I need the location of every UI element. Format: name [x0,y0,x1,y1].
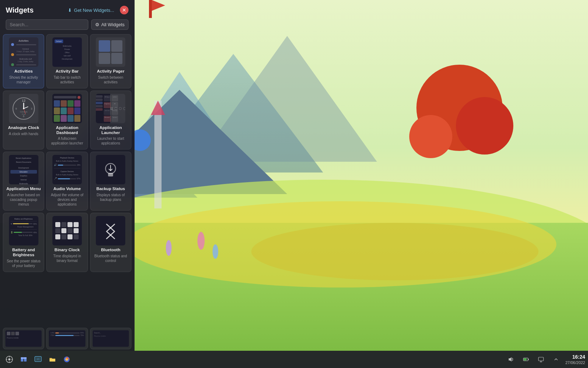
svg-text:Connects: Connects [20,111,28,113]
taskbar-battery-icon[interactable] [519,353,532,366]
widget-name-binary-clock: Binary Clock [55,248,80,253]
svg-rect-19 [149,0,152,18]
panel-title: Widgets [6,6,34,14]
widget-name-activity-bar: Activity Bar [56,69,79,74]
taskbar: </> [0,351,588,368]
taskbar-chevron-up-icon[interactable] [550,353,563,366]
widget-thumb-activities: Activities General 3 days, 10 apps, toda… [9,37,38,67]
svg-rect-55 [538,357,543,361]
taskbar-icon-folder[interactable] [46,353,59,366]
widget-name-battery-brightness: Battery and Brightness [5,248,42,258]
svg-text:9: 9 [15,107,17,110]
widget-desc-activities: Shows the activity manager [5,75,42,84]
widget-desc-app-launcher: Launcher to start applications [93,136,129,146]
search-input[interactable] [6,19,88,30]
widget-desc-app-dashboard: A fullscreen application launcher [49,136,85,146]
widget-grid: Activities General 3 days, 10 apps, toda… [3,34,131,272]
widget-item-app-menu[interactable]: Recent Applications Recent Documents Dev… [3,152,44,211]
search-filter-row: ⚙ All Widgets [0,17,134,33]
widget-item-app-dashboard[interactable]: Application Dashboard A fullscreen appli… [46,91,88,150]
taskbar-display-icon[interactable] [535,353,547,366]
svg-rect-53 [528,359,529,360]
widget-desc-backup-status: Displays status of backup plans [93,193,129,202]
filter-icon: ⚙ [95,22,99,27]
widget-item-audio-volume[interactable]: Playback Devices Built-in Audio Analog S… [46,152,88,211]
taskbar-icon-network[interactable]: </> [32,353,45,366]
widget-item-analogue-clock[interactable]: 12 3 6 9 Connects Drops [3,91,44,150]
widget-name-activities: Activities [14,69,33,74]
widget-thumb-battery-brightness: Battery and Brightness ☀ 80% Power Manag… [9,216,38,245]
widget-thumb-audio-volume: Playback Devices Built-in Audio Analog S… [52,155,82,184]
widget-thumb-activity-bar: Default Multimedia Private Office kde-st… [52,37,82,67]
taskbar-time: 16:24 [565,354,585,360]
widget-thumb-app-launcher: All Apps admin Graphics All Internet Set… [96,94,125,123]
widget-thumb-analogue-clock: 12 3 6 9 Connects Drops [9,94,38,123]
svg-text:3: 3 [31,107,32,110]
svg-rect-13 [154,101,162,208]
svg-point-15 [197,232,205,250]
widget-name-audio-volume: Audio Volume [53,187,81,192]
svg-rect-45 [21,357,27,359]
widget-item-activities[interactable]: Activities General 3 days, 10 apps, toda… [3,34,44,88]
svg-rect-54 [524,358,527,360]
widget-thumb-bluetooth [96,216,125,245]
widget-name-app-launcher: Application Launcher [93,125,129,135]
widget-desc-activity-pager: Switch between activities [93,75,129,84]
widget-item-activity-bar[interactable]: Default Multimedia Private Office kde-st… [46,34,88,88]
widget-name-analogue-clock: Analogue Clock [8,125,39,130]
widget-item-bluetooth[interactable]: Bluetooth Bluetooth status and control [90,213,131,272]
widget-thumb-app-dashboard [52,94,82,123]
taskbar-icon-firefox[interactable] [60,353,73,366]
widget-item-bottom-2[interactable]: 14% 84% 75% 75% [46,328,88,349]
svg-point-29 [23,108,24,109]
widget-item-battery-brightness[interactable]: Battery and Brightness ☀ 80% Power Manag… [3,213,44,272]
widget-item-binary-clock[interactable]: Binary Clock Time displayed in binary fo… [46,213,88,272]
taskbar-volume-icon[interactable] [504,353,517,366]
taskbar-clock[interactable]: 16:24 27/06/2022 [565,354,585,365]
svg-point-41 [9,362,10,363]
widget-name-app-menu: Application Menu [6,187,41,192]
get-new-widgets-button[interactable]: ⬇ Get New Widgets... [65,6,117,14]
widget-item-backup-status[interactable]: Backup Status Displays status of backup … [90,152,131,211]
widget-thumb-binary-clock [52,216,82,245]
filter-label: All Widgets [101,22,125,27]
widget-desc-audio-volume: Adjust the volume of devices and applica… [49,193,85,207]
widget-desc-activity-bar: Tab bar to switch activities [49,75,85,84]
filter-button[interactable]: ⚙ All Widgets [91,19,129,30]
widget-name-bluetooth: Bluetooth [101,248,121,253]
taskbar-date: 27/06/2022 [565,360,585,365]
svg-point-42 [6,359,8,360]
svg-point-16 [213,244,218,259]
widget-item-app-launcher[interactable]: All Apps admin Graphics All Internet Set… [90,91,131,150]
widget-desc-binary-clock: Time displayed in binary format [49,254,85,263]
close-panel-button[interactable]: ✕ [120,6,129,14]
svg-point-11 [456,97,513,155]
panel-bottom: Plasma mobile 14% 84% 75% 75% [0,326,134,351]
widget-desc-bluetooth: Bluetooth status and control [93,254,129,263]
widget-item-activity-pager[interactable]: Activity Pager Switch between activities [90,34,131,88]
taskbar-tray [504,353,563,366]
taskbar-left: </> [3,353,73,366]
svg-point-12 [409,115,452,158]
svg-marker-51 [509,357,512,362]
taskbar-icon-files[interactable] [17,353,30,366]
svg-point-9 [251,223,538,280]
svg-text:6: 6 [23,115,24,118]
svg-text:</>: </> [37,358,39,360]
widget-name-app-dashboard: Application Dashboard [49,125,85,135]
widget-desc-battery-brightness: See the power status of your battery [5,259,42,268]
widget-name-activity-pager: Activity Pager [97,69,125,74]
taskbar-icon-apps[interactable] [3,353,16,366]
get-new-label: Get New Widgets... [74,8,114,13]
widget-thumb-backup-status [96,155,125,184]
widget-item-bottom-1[interactable]: Plasma mobile [3,328,44,349]
widget-grid-scroll[interactable]: Activities General 3 days, 10 apps, toda… [0,33,134,326]
download-icon: ⬇ [68,8,72,13]
svg-text:Drops: Drops [22,113,25,115]
svg-point-39 [9,356,10,358]
svg-point-38 [8,358,10,360]
svg-rect-33 [108,173,113,176]
widget-item-bottom-3[interactable]: Search... Plasma mobile [90,328,131,349]
widgets-panel: Widgets ⬇ Get New Widgets... ✕ ⚙ All Wid… [0,0,135,351]
widget-desc-app-menu: A launcher based on cascading popup menu… [5,193,42,207]
